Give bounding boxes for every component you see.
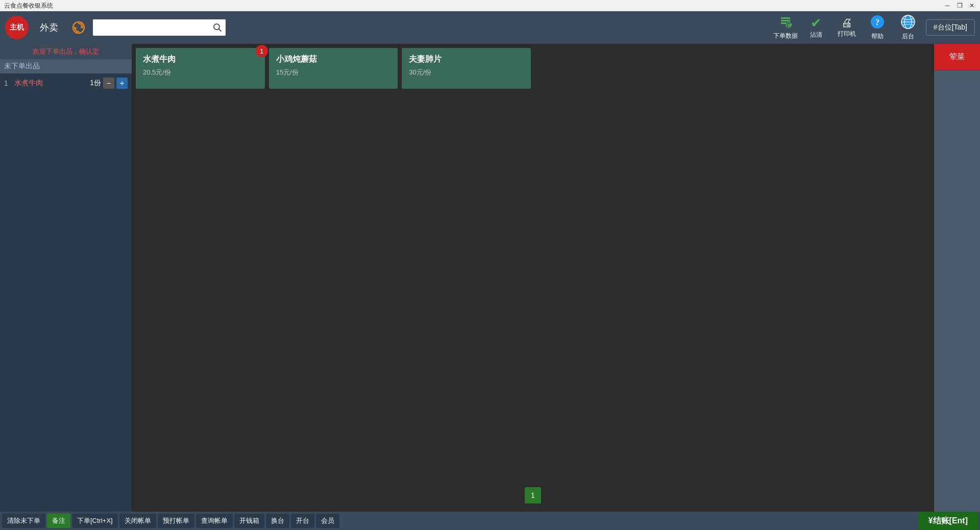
item-number: 1 — [4, 79, 12, 87]
help-button[interactable]: ? 帮助 — [865, 15, 890, 41]
pagination: 1 — [136, 483, 930, 508]
help-label: 帮助 — [871, 32, 884, 41]
refresh-button[interactable] — [69, 18, 88, 37]
menu-grid: 1 水煮牛肉 20.5元/份 小鸡炖蘑菇 15元/份 夫妻肺片 30元/份 — [136, 48, 930, 89]
query-order-button[interactable]: 查询帐单 — [196, 514, 233, 528]
menu-card-name-1: 小鸡炖蘑菇 — [276, 54, 391, 65]
menu-card-price-2: 30元/份 — [409, 68, 524, 77]
right-panel: 荤菜 — [934, 44, 980, 512]
clear-unordered-button[interactable]: 清除未下单 — [2, 514, 45, 528]
item-qty: 1份 — [86, 79, 101, 88]
menu-card-1[interactable]: 小鸡炖蘑菇 15元/份 — [269, 48, 398, 89]
backend-icon — [901, 15, 915, 31]
titlebar: 云食点餐收银系统 ─ ❐ ✕ — [0, 0, 980, 11]
backend-button[interactable]: 后台 — [895, 15, 921, 41]
menu-card-2[interactable]: 夫妻肺片 30元/份 — [402, 48, 531, 89]
titlebar-controls: ─ ❐ ✕ — [943, 2, 976, 10]
titlebar-title: 云食点餐收银系统 — [4, 2, 53, 10]
open-drawer-button[interactable]: 开钱箱 — [234, 514, 264, 528]
place-order-button[interactable]: 下单[Ctrl+X] — [72, 514, 118, 528]
menu-card-name-0: 水煮牛肉 — [143, 54, 258, 65]
svg-line-4 — [219, 29, 222, 32]
increase-qty-button[interactable]: ＋ — [116, 78, 128, 89]
svg-marker-2 — [75, 27, 77, 30]
left-panel: 欢迎下单出品，确认定 未下单出品 1 水煮牛肉 1份 － ＋ — [0, 44, 132, 512]
item-name: 水煮牛肉 — [14, 79, 84, 88]
center-panel: 1 水煮牛肉 20.5元/份 小鸡炖蘑菇 15元/份 夫妻肺片 30元/份 1 — [132, 44, 934, 512]
checkout-button[interactable]: ¥结账[Ent] — [918, 512, 978, 530]
restore-button[interactable]: ❐ — [955, 2, 964, 10]
page-button-1[interactable]: 1 — [525, 487, 541, 503]
refresh-icon — [71, 20, 86, 35]
menu-card-badge-0: 1 — [256, 45, 268, 57]
clean-button[interactable]: ✔ 沾清 — [803, 16, 829, 39]
close-order-button[interactable]: 关闭帐单 — [119, 514, 156, 528]
member-button[interactable]: 会员 — [316, 514, 339, 528]
search-box — [93, 19, 226, 36]
menu-card-price-1: 15元/份 — [276, 68, 391, 77]
takeout-label: 外卖 — [34, 21, 64, 34]
menu-card-0[interactable]: 1 水煮牛肉 20.5元/份 — [136, 48, 265, 89]
help-icon: ? — [870, 15, 885, 31]
search-button[interactable] — [209, 19, 226, 36]
minimize-button[interactable]: ─ — [943, 2, 951, 10]
search-icon — [213, 23, 222, 32]
svg-marker-1 — [80, 26, 83, 29]
left-notice: 欢迎下单出品，确认定 — [0, 44, 132, 59]
bottombar: 清除未下单 备注 下单[Ctrl+X] 关闭帐单 预打帐单 查询帐单 开钱箱 换… — [0, 512, 980, 530]
pre-print-button[interactable]: 预打帐单 — [158, 514, 194, 528]
order-list-header: 未下单出品 — [0, 59, 132, 73]
table-pos-button[interactable]: #台位[Tab] — [926, 19, 975, 36]
open-table-button[interactable]: 开台 — [291, 514, 314, 528]
table-row: 1 水煮牛肉 1份 － ＋ — [0, 75, 132, 91]
order-report-icon — [779, 15, 792, 31]
decrease-qty-button[interactable]: － — [103, 78, 114, 89]
note-button[interactable]: 备注 — [47, 514, 70, 528]
backend-label: 后台 — [902, 32, 914, 41]
clean-icon: ✔ — [811, 16, 822, 30]
logo-button[interactable]: 主机 — [5, 16, 29, 39]
order-report-button[interactable]: 下单数据 — [773, 15, 798, 40]
category-item-hunrong[interactable]: 荤菜 — [934, 44, 980, 70]
printer-label: 打印机 — [838, 30, 856, 38]
svg-text:?: ? — [875, 18, 879, 27]
menu-card-price-0: 20.5元/份 — [143, 68, 258, 77]
printer-icon: 🖨 — [841, 17, 852, 29]
change-table-button[interactable]: 换台 — [266, 514, 289, 528]
main-layout: 欢迎下单出品，确认定 未下单出品 1 水煮牛肉 1份 － ＋ 1 水煮牛肉 20… — [0, 44, 980, 512]
close-button[interactable]: ✕ — [968, 2, 976, 10]
topbar: 主机 外卖 — [0, 11, 980, 44]
order-items: 1 水煮牛肉 1份 － ＋ — [0, 73, 132, 512]
printer-button[interactable]: 🖨 打印机 — [834, 17, 860, 38]
menu-card-name-2: 夫妻肺片 — [409, 54, 524, 65]
order-report-label: 下单数据 — [773, 32, 798, 40]
search-input[interactable] — [93, 19, 209, 36]
clean-label: 沾清 — [810, 31, 822, 39]
